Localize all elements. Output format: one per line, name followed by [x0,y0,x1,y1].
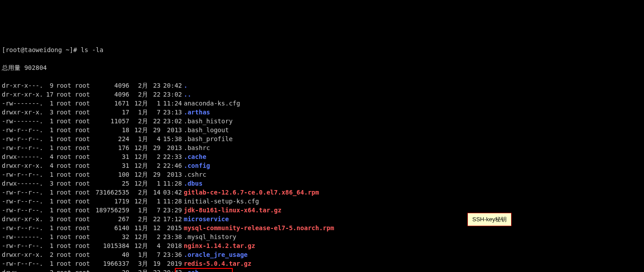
month: 1月 [131,250,148,259]
time: 20:42 [161,81,182,90]
file-row: -rw-r--r--.1rootroot614011月122015mysql-c… [2,223,642,232]
permissions: -rw-r--r--. [2,241,42,250]
month: 1月 [131,108,148,117]
permissions: -rw-r--r--. [2,134,42,143]
owner: root [56,108,74,117]
size: 32 [94,232,129,241]
file-row: -rw-------.1rootroot167112月111:24anacond… [2,99,642,108]
file-row: drwxr-xr-x.2rootroot401月723:36.oracle_jr… [2,250,642,259]
link-count: 3 [42,179,54,188]
filename: .cshrc [184,171,206,178]
owner: root [56,81,74,90]
group: root [75,143,93,152]
month: 12月 [131,170,148,179]
link-count: 9 [42,81,54,90]
time: 2015 [161,223,182,232]
owner: root [56,179,74,188]
owner: root [56,126,74,134]
owner: root [56,241,74,250]
size: 40 [94,250,129,259]
link-count: 1 [42,232,54,241]
permissions: drwxr-xr-x. [2,161,42,170]
month: 1月 [131,134,148,143]
size: 4096 [94,81,129,90]
link-count: 1 [42,99,54,108]
link-count: 17 [42,90,54,99]
owner: root [56,250,74,259]
filename: .cache [184,153,206,160]
filename: mysql-community-release-el7-5.noarch.rpm [184,224,334,231]
owner: root [56,99,74,108]
file-row: drwx------.2rootroot382月2320:42.ssh [2,268,642,272]
file-row: -rw-r--r--.1rootroot1897562591月723:29jdk… [2,206,642,215]
month: 12月 [131,126,148,134]
day: 29 [148,170,161,179]
month: 2月 [131,117,148,126]
size: 1966337 [94,259,129,268]
time: 22:33 [161,152,182,161]
file-row: -rw-r--r--.1rootroot19663373月192019redis… [2,259,642,268]
size: 731662535 [94,188,129,197]
filename: .oracle_jre_usage [184,251,248,258]
owner: root [56,170,74,179]
time: 11:24 [161,99,182,108]
day: 23 [148,81,161,90]
group: root [75,188,93,197]
file-row: -rw-------.1rootroot110572月2223:02.bash_… [2,117,642,126]
owner: root [56,117,74,126]
link-count: 1 [42,223,54,232]
time: 22:46 [161,161,182,170]
filename: .bash_profile [184,135,233,142]
permissions: drwxr-xr-x. [2,250,42,259]
link-count: 1 [42,143,54,152]
permissions: -rw-r--r--. [2,223,42,232]
month: 3月 [131,259,148,268]
group: root [75,241,93,250]
link-count: 4 [42,161,54,170]
month: 11月 [131,223,148,232]
filename: redis-5.0.4.tar.gz [184,260,252,267]
link-count: 1 [42,241,54,250]
day: 22 [148,215,161,223]
permissions: -rw-------. [2,99,42,108]
file-row: drwx------.3rootroot2512月111:28.dbus [2,179,642,188]
day: 29 [148,126,161,134]
owner: root [56,223,74,232]
day: 2 [148,152,161,161]
file-row: -rw-r--r--.1rootroot2241月415:38.bash_pro… [2,134,642,143]
month: 12月 [131,152,148,161]
time: 11:28 [161,179,182,188]
command: ls -la [81,46,103,53]
size: 38 [94,268,129,272]
link-count: 3 [42,108,54,117]
day: 4 [148,134,161,143]
filename: .bash_history [184,118,233,125]
file-row: drwx------.4rootroot3112月222:33.cache [2,152,642,161]
group: root [75,206,93,215]
group: root [75,179,93,188]
file-row: -rw-r--r--.1rootroot1812月292013.bash_log… [2,126,642,134]
filename: .config [184,162,210,169]
day: 22 [148,117,161,126]
link-count: 2 [42,268,54,272]
filename: microservice [184,215,229,223]
permissions: -rw-r--r--. [2,170,42,179]
time: 23:29 [161,206,182,215]
group: root [75,90,93,99]
filename: initial-setup-ks.cfg [184,198,259,205]
size: 11057 [94,117,129,126]
filename: .bash_logout [184,126,229,134]
month: 12月 [131,161,148,170]
month: 12月 [131,179,148,188]
file-row: -rw-r--r--.1rootroot101538412月42018nginx… [2,241,642,250]
day: 2 [148,232,161,241]
filename: jdk-8u161-linux-x64.tar.gz [184,207,281,214]
day: 14 [148,188,161,197]
filename: . [184,82,187,89]
day: 23 [148,268,161,272]
size: 1015384 [94,241,129,250]
month: 2月 [131,215,148,223]
link-count: 1 [42,134,54,143]
group: root [75,117,93,126]
filename: .ssh [184,269,199,272]
